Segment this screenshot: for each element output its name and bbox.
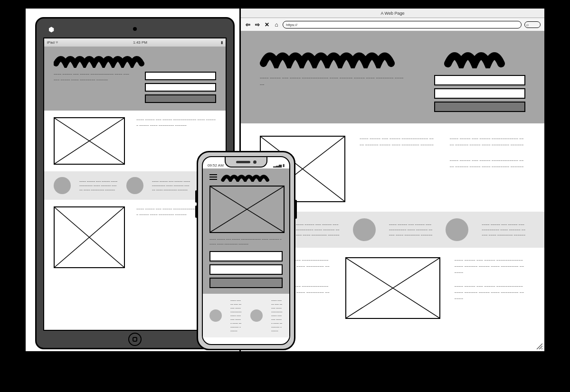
logo-scribble xyxy=(54,52,168,68)
speaker-icon xyxy=(236,161,250,163)
wireframe-composite: ⬢ iPad ᯤ 1:43 PM ▮ ~~~~ ~~~~~ ~~~ ~~~~~ … xyxy=(24,7,546,353)
input-field-1[interactable] xyxy=(145,72,216,80)
browser-titlebar: A Web Page xyxy=(241,9,544,18)
image-placeholder xyxy=(209,186,285,233)
input-field-2[interactable] xyxy=(145,83,216,92)
submit-button[interactable] xyxy=(209,278,283,288)
avatar-circle xyxy=(209,309,222,322)
image-placeholder xyxy=(345,257,440,319)
tablet-hero-section: ~~~~ ~~~~~ ~~~ ~~~~~ ~~~~~~~~~~~~ ~~~~ ~… xyxy=(44,47,226,111)
desktop-hero-section: ~~~~ ~~~~~ ~~~ ~~~~~ ~~~~~~~~~~~~ ~~~~ ~… xyxy=(241,31,544,123)
avatar-circle xyxy=(446,218,468,241)
input-field-1[interactable] xyxy=(434,75,525,85)
logo-scribble xyxy=(221,172,283,182)
search-icon: ⌕ xyxy=(526,22,529,27)
submit-button[interactable] xyxy=(145,94,216,103)
avatar-circle xyxy=(54,177,71,194)
back-arrow-icon[interactable]: ⇦ xyxy=(245,21,251,28)
phone-screen: 09:52 AM ▂▃▅ ▮ ~~~~ ~~~~~ ~~~ ~~~~~ ~~~~… xyxy=(202,156,290,345)
testimonial-copy: ~~~~ ~~~~~ ~~~ ~~~~~ ~~~~~~~~~~~~ ~~~~ ~… xyxy=(230,299,242,333)
input-field-2[interactable] xyxy=(434,88,525,99)
volume-down-button[interactable] xyxy=(195,205,197,218)
avatar-circle xyxy=(353,218,376,241)
hero-copy: ~~~~ ~~~~~ ~~~ ~~~~~ ~~~~~~~~~~~~ ~~~~ ~… xyxy=(54,72,131,103)
testimonial-copy: ~~~~ ~~~~~ ~~~ ~~~~~ ~~~~~~~~~~~~ ~~~~ ~… xyxy=(271,299,283,333)
volume-up-button[interactable] xyxy=(195,190,197,203)
phone-notch xyxy=(225,157,267,168)
testimonial-copy: ~~~~ ~~~~~ ~~~ ~~~~~ ~~~~~~~~~~~~ ~~~~ ~… xyxy=(296,222,340,238)
tablet-os-logo-icon: ⬢ xyxy=(48,26,56,33)
resize-handle-icon[interactable] xyxy=(536,343,542,349)
stop-x-icon[interactable]: ✕ xyxy=(264,21,270,28)
testimonial-copy: ~~~~ ~~~~~ ~~~ ~~~~~ ~~~~~~~~~~~~ ~~~~ ~… xyxy=(482,222,525,238)
phone-hero-section: ~~~~ ~~~~~ ~~~ ~~~~~ ~~~~~~~~~~~~ ~~~~ ~… xyxy=(203,168,289,294)
hero-copy: ~~~~ ~~~~~ ~~~ ~~~~~ ~~~~~~~~~~~~ ~~~~ ~… xyxy=(260,75,406,112)
nav-scribble xyxy=(434,46,525,68)
logo-scribble xyxy=(260,46,406,68)
feature-copy-col: ~~~~ ~~~~~ ~~~ ~~~~~ ~~~~~~~~~~~~ ~~~~ ~… xyxy=(450,136,526,202)
testimonial-copy: ~~~~ ~~~~~ ~~~ ~~~~~ ~~~~~~~~~~~~ ~~~~ ~… xyxy=(152,179,190,192)
submit-button[interactable] xyxy=(434,102,525,112)
testimonial-copy: ~~~~ ~~~~~ ~~~ ~~~~~ ~~~~~~~~~~~~ ~~~~ ~… xyxy=(79,179,118,192)
avatar-circle xyxy=(250,309,263,322)
search-pill[interactable]: ⌕ xyxy=(524,21,541,28)
feature-copy: ~~~~ ~~~~~ ~~~ ~~~~~ ~~~~~~~~~~~~ ~~~~ ~… xyxy=(360,136,436,202)
front-camera-icon xyxy=(253,160,256,164)
status-time: 09:52 AM xyxy=(208,163,224,168)
status-battery-icon: ▮ xyxy=(221,40,223,45)
url-prefix: https:// xyxy=(286,23,297,27)
browser-toolbar: ⇦ ⇨ ✕ ⌂ https:// ⌕ xyxy=(241,18,544,31)
status-signal-battery-icon: ▂▃▅ ▮ xyxy=(273,163,285,168)
testimonial-copy: ~~~~ ~~~~~ ~~~ ~~~~~ ~~~~~~~~~~~~ ~~~~ ~… xyxy=(389,222,433,238)
input-field-2[interactable] xyxy=(209,264,283,275)
lower-copy-col: ~~~~ ~~~~~ ~~~ ~~~~~ ~~~~~~~~~~~~ ~~~~ ~… xyxy=(455,257,526,302)
phone-device-frame: 09:52 AM ▂▃▅ ▮ ~~~~ ~~~~~ ~~~ ~~~~~ ~~~~… xyxy=(197,151,295,350)
tablet-camera-icon xyxy=(133,27,137,31)
phone-testimonial-strip: ~~~~ ~~~~~ ~~~ ~~~~~ ~~~~~~~~~~~~ ~~~~ ~… xyxy=(203,294,289,337)
url-address-bar[interactable]: https:// xyxy=(283,21,522,28)
avatar-circle xyxy=(126,177,143,194)
status-left: iPad ᯤ xyxy=(47,40,59,45)
image-placeholder xyxy=(54,117,125,165)
power-button[interactable] xyxy=(295,200,297,219)
tablet-status-bar: iPad ᯤ 1:43 PM ▮ xyxy=(44,38,226,47)
hero-copy: ~~~~ ~~~~~ ~~~ ~~~~~ ~~~~~~~~~~~~ ~~~~ ~… xyxy=(209,237,283,246)
input-field-1[interactable] xyxy=(209,251,283,261)
svg-line-10 xyxy=(542,348,542,349)
hamburger-menu-icon[interactable] xyxy=(209,174,217,180)
status-time: 1:43 PM xyxy=(133,40,147,45)
forward-arrow-icon[interactable]: ⇨ xyxy=(254,21,261,28)
home-icon[interactable]: ⌂ xyxy=(273,21,280,28)
image-placeholder xyxy=(54,206,125,268)
tablet-home-button[interactable] xyxy=(128,333,142,346)
phone-lower-section: ~~~~ ~~~~~ ~~~ ~~~~~ ~~~~~~~~~~~~ ~~~~ ~… xyxy=(203,337,289,345)
